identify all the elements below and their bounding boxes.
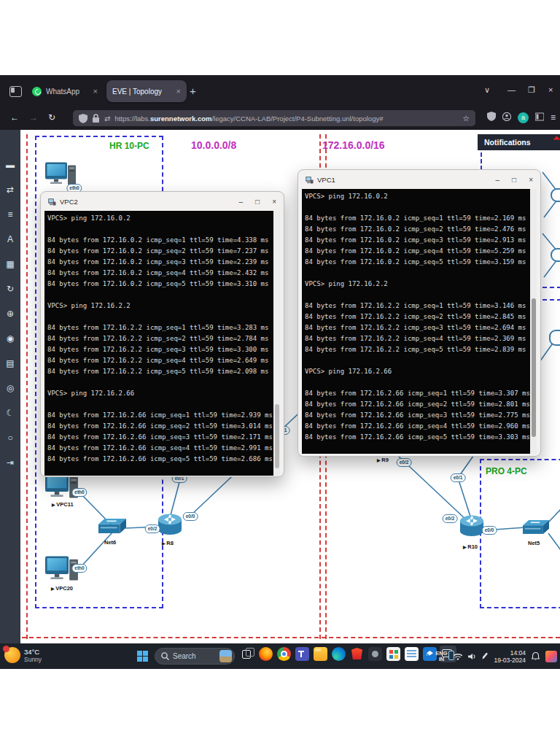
refresh-icon[interactable]: ↻ bbox=[7, 285, 14, 294]
terminal-line bbox=[47, 377, 273, 388]
dark-mode-icon[interactable]: ☾ bbox=[7, 409, 15, 418]
task-view-icon[interactable] bbox=[241, 647, 254, 661]
node-label-net6[interactable]: Net6 bbox=[104, 539, 116, 546]
forward-button[interactable]: → bbox=[29, 112, 38, 123]
weather-widget[interactable]: 34°C Sunny bbox=[4, 647, 42, 663]
firefox-view-button[interactable] bbox=[6, 82, 25, 101]
clock[interactable]: 14:0419-03-2024 bbox=[494, 649, 526, 664]
logout-icon[interactable]: ⇥ bbox=[7, 458, 14, 468]
sidebar-icon[interactable] bbox=[535, 111, 544, 124]
terminal-line: VPCS> ping 172.16.2.2 bbox=[305, 279, 530, 290]
notifications-bar[interactable]: Notifications bbox=[478, 134, 560, 150]
close-icon[interactable]: × bbox=[272, 198, 276, 206]
edge-node-1[interactable] bbox=[551, 188, 560, 202]
tab-list-button[interactable]: ∨ bbox=[484, 85, 490, 95]
firefox-view-icon bbox=[9, 86, 22, 97]
toolbar-icons: a ≡ bbox=[487, 111, 556, 124]
more-actions-icon[interactable]: ▦ bbox=[6, 260, 14, 269]
lock-icon[interactable] bbox=[92, 114, 100, 123]
url-text[interactable]: https://labs.surennetwork.com/legacy/CCN… bbox=[114, 115, 458, 123]
language-indicator[interactable]: ENGIN bbox=[435, 651, 447, 662]
maximize-icon[interactable]: □ bbox=[512, 176, 516, 184]
address-bar[interactable]: ⇄ https://labs.surennetwork.com/legacy/C… bbox=[73, 110, 475, 126]
vpc2-titlebar[interactable]: VPC2 – □ × bbox=[41, 192, 284, 211]
tray-expand-icon[interactable]: ^ bbox=[427, 652, 430, 660]
maximize-icon[interactable]: □ bbox=[255, 198, 260, 206]
edge-node-2[interactable] bbox=[551, 248, 560, 262]
firefox-icon[interactable] bbox=[259, 647, 273, 661]
minimize-icon[interactable]: – bbox=[496, 176, 500, 184]
pc-node-vpc11[interactable] bbox=[45, 473, 79, 501]
node-label-r8[interactable]: ▶ R8 bbox=[162, 540, 174, 546]
vpc1-titlebar[interactable]: VPC1 – □ × bbox=[298, 170, 540, 189]
router-node-r10[interactable] bbox=[459, 513, 484, 541]
firefox-window: WhatsApp × EVE | Topology × + ∨ — ❐ × ← … bbox=[0, 75, 560, 643]
minimize-icon[interactable]: – bbox=[239, 198, 244, 206]
permissions-icon[interactable]: ⇄ bbox=[104, 115, 110, 123]
links-icon[interactable]: ⇄ bbox=[7, 185, 14, 195]
bookmark-star-icon[interactable]: ☆ bbox=[462, 114, 470, 123]
volume-icon[interactable] bbox=[468, 653, 475, 660]
back-button[interactable]: ← bbox=[10, 112, 19, 123]
startup-configs-icon[interactable]: ◎ bbox=[7, 384, 14, 393]
node-label-vpc11[interactable]: ▶ VPC11 bbox=[52, 501, 74, 508]
zoom-icon[interactable]: ⊕ bbox=[7, 309, 14, 319]
configured-nodes-icon[interactable]: ▤ bbox=[6, 359, 14, 368]
start-button[interactable] bbox=[137, 651, 148, 662]
store-icon[interactable] bbox=[386, 647, 400, 661]
vpc2-scrollbar[interactable] bbox=[273, 211, 280, 476]
switch-node-net6[interactable] bbox=[98, 514, 126, 540]
search-box[interactable]: Search bbox=[155, 648, 235, 665]
edge-node-3[interactable] bbox=[549, 330, 560, 346]
wifi-icon[interactable] bbox=[454, 653, 462, 660]
text-label-icon[interactable]: A bbox=[7, 235, 13, 244]
teams-icon[interactable] bbox=[295, 647, 309, 661]
account-icon[interactable] bbox=[502, 111, 511, 124]
github-icon[interactable] bbox=[368, 647, 382, 661]
router-node-r8[interactable] bbox=[158, 511, 182, 539]
tab-whatsapp[interactable]: WhatsApp × bbox=[26, 80, 104, 102]
tracking-shield-icon[interactable] bbox=[79, 114, 88, 123]
chrome-icon[interactable] bbox=[277, 647, 291, 661]
node-label-vpc20[interactable]: ▶ VPC20 bbox=[51, 585, 73, 592]
protections-shield-icon[interactable] bbox=[487, 111, 496, 124]
close-button[interactable]: × bbox=[548, 85, 553, 94]
node-label-net5[interactable]: Net5 bbox=[528, 540, 540, 546]
switch-node-net5[interactable] bbox=[523, 516, 549, 541]
add-object-icon[interactable]: ▬ bbox=[6, 160, 15, 170]
vpc1-window[interactable]: VPC1 – □ × VPCS> ping 172.16.0.2 84 byte… bbox=[298, 169, 541, 457]
scrollbar-thumb[interactable] bbox=[532, 298, 536, 437]
file-explorer-icon[interactable] bbox=[314, 647, 327, 661]
pen-icon[interactable] bbox=[481, 652, 489, 660]
node-label-r9[interactable]: ▶ R9 bbox=[377, 457, 389, 463]
node-label-r10[interactable]: ▶ R10 bbox=[463, 543, 478, 550]
close-icon[interactable]: × bbox=[529, 176, 533, 184]
brave-icon[interactable] bbox=[350, 647, 364, 661]
reload-button[interactable]: ↻ bbox=[48, 112, 55, 123]
profile-avatar[interactable]: a bbox=[518, 112, 529, 123]
widgets-corner-icon[interactable] bbox=[545, 651, 557, 662]
vpc2-terminal[interactable]: VPCS> ping 172.16.0.2 84 bytes from 172.… bbox=[44, 211, 273, 476]
edge-icon[interactable] bbox=[332, 647, 346, 661]
notification-bell-icon[interactable] bbox=[532, 652, 540, 661]
tab-eve-topology[interactable]: EVE | Topology × bbox=[106, 80, 187, 102]
terminal-line bbox=[47, 311, 273, 322]
scrollbar-thumb[interactable] bbox=[275, 404, 279, 468]
vpc2-window[interactable]: VPC2 – □ × VPCS> ping 172.16.0.2 84 byte… bbox=[40, 191, 284, 477]
subnet-16-label: 172.16.0.0/16 bbox=[322, 139, 385, 151]
tab-close-icon[interactable]: × bbox=[86, 87, 98, 96]
play-icon: ▶ bbox=[52, 503, 56, 507]
new-tab-button[interactable]: + bbox=[190, 85, 196, 97]
menu-icon[interactable]: ≡ bbox=[551, 112, 556, 123]
vpc1-scrollbar[interactable] bbox=[530, 189, 537, 454]
notes-icon[interactable] bbox=[405, 647, 419, 661]
vpc1-terminal[interactable]: VPCS> ping 172.16.0.2 84 bytes from 172.… bbox=[302, 189, 530, 454]
status-icon[interactable]: ◉ bbox=[7, 334, 14, 344]
eve-topology-canvas[interactable]: ▬⇄≡A▦↻⊕◉▤◎☾○⇥ HR 10-PC 10.0.0.0/8 172.16… bbox=[0, 130, 560, 643]
tab-close-icon[interactable]: × bbox=[169, 87, 181, 96]
restore-button[interactable]: ❐ bbox=[528, 85, 535, 95]
networks-icon[interactable]: ≡ bbox=[7, 210, 12, 220]
minimize-button[interactable]: — bbox=[508, 85, 516, 94]
terminal-line bbox=[305, 443, 530, 454]
power-icon[interactable]: ○ bbox=[7, 433, 12, 443]
